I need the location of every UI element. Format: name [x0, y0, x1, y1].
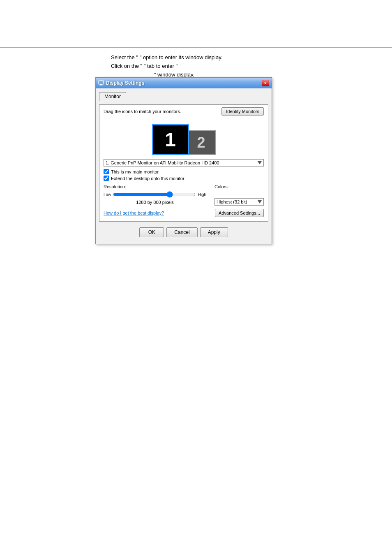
resolution-section: Resolution: Low High 1280 by 800 pixels	[104, 184, 206, 206]
bottom-divider	[0, 448, 392, 448]
svg-rect-1	[100, 84, 102, 85]
monitor-select-row: 1. Generic PnP Monitor on ATI Mobility R…	[104, 159, 264, 166]
resolution-colors-row: Resolution: Low High 1280 by 800 pixels …	[104, 184, 264, 206]
monitor-icon	[98, 80, 104, 86]
monitor-select[interactable]: 1. Generic PnP Monitor on ATI Mobility R…	[104, 159, 264, 166]
slider-high-label: High	[198, 192, 206, 197]
slider-low-label: Low	[104, 192, 111, 197]
title-bar-left: Display Settings	[98, 80, 144, 86]
ok-button[interactable]: OK	[139, 227, 164, 237]
instruction-line-2: Click on the " " tab to enter "	[111, 62, 222, 71]
title-bar: Display Settings ×	[96, 78, 272, 88]
instruction-line-1: Select the " " option to enter its windo…	[111, 53, 222, 62]
checkboxes: This is my main monitor Extend the deskt…	[104, 169, 264, 181]
tab-monitor[interactable]: Monitor	[99, 92, 126, 101]
svg-rect-2	[99, 85, 103, 86]
monitors-area: 1 2	[104, 118, 264, 155]
apply-button[interactable]: Apply	[200, 227, 228, 237]
monitor-2-icon[interactable]: 2	[187, 130, 216, 155]
resolution-slider[interactable]	[113, 191, 196, 198]
extend-desktop-checkbox[interactable]	[104, 176, 109, 181]
extend-desktop-label: Extend the desktop onto this monitor	[111, 176, 184, 181]
cancel-button[interactable]: Cancel	[166, 227, 197, 237]
dialog-title: Display Settings	[106, 80, 144, 86]
main-monitor-checkbox[interactable]	[104, 169, 109, 174]
close-button[interactable]: ×	[262, 80, 269, 86]
resolution-value: 1280 by 800 pixels	[104, 200, 206, 205]
resolution-label: Resolution:	[104, 184, 206, 189]
svg-rect-0	[99, 81, 104, 84]
extend-desktop-row: Extend the desktop onto this monitor	[104, 176, 264, 181]
identify-monitors-button[interactable]: Identify Monitors	[221, 107, 264, 116]
top-divider	[0, 47, 392, 48]
instruction-block: Select the " " option to enter its windo…	[111, 53, 222, 79]
dialog-footer: OK Cancel Apply	[99, 225, 268, 240]
display-settings-dialog: Display Settings × Monitor Identify Moni…	[95, 77, 272, 244]
monitor-1-icon[interactable]: 1	[152, 124, 189, 155]
colors-section: Colors: Highest (32 bit)	[214, 184, 264, 206]
advanced-settings-button[interactable]: Advanced Settings...	[215, 209, 264, 217]
main-monitor-label: This is my main monitor	[111, 169, 159, 174]
dialog-content: Monitor Identify Monitors Drag the icons…	[96, 88, 272, 244]
colors-label: Colors:	[214, 184, 264, 189]
colors-select[interactable]: Highest (32 bit)	[214, 198, 264, 206]
monitor-settings-box: Identify Monitors Drag the icons to matc…	[99, 104, 268, 222]
main-monitor-row: This is my main monitor	[104, 169, 264, 174]
slider-row: Low High	[104, 191, 206, 198]
help-link[interactable]: How do I get the best display?	[104, 210, 164, 215]
bottom-links-row: How do I get the best display? Advanced …	[104, 209, 264, 217]
tabs-row: Monitor	[99, 92, 268, 101]
